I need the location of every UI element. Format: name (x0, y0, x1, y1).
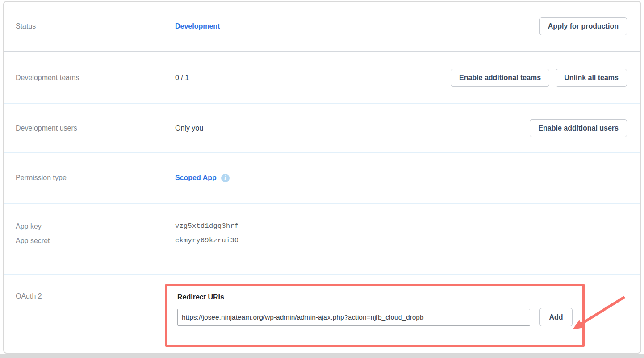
permission-type-row: Permission type Scoped App i (4, 153, 640, 204)
status-label: Status (16, 22, 175, 30)
apply-for-production-button[interactable]: Apply for production (539, 17, 627, 35)
enable-additional-users-button[interactable]: Enable additional users (530, 119, 627, 137)
development-users-row: Development users Only you Enable additi… (4, 104, 640, 153)
development-users-value: Only you (175, 124, 530, 132)
enable-additional-teams-button[interactable]: Enable additional teams (451, 69, 549, 87)
oauth2-label: OAuth 2 (16, 275, 175, 300)
credentials-row: App key vzg5xtd1dgq3hrf App secret ckmyr… (4, 204, 640, 276)
info-icon[interactable]: i (221, 174, 230, 182)
app-key-label: App key (16, 223, 175, 231)
redirect-uris-highlight-box: Redirect URIs Add (165, 284, 585, 347)
scoped-app-link[interactable]: Scoped App (175, 174, 217, 182)
status-row: Status Development Apply for production (4, 2, 640, 52)
app-key-line: App key vzg5xtd1dgq3hrf (16, 223, 627, 231)
redirect-uri-input[interactable] (177, 309, 530, 326)
oauth2-row: OAuth 2 Redirect URIs Add (4, 275, 640, 353)
app-secret-line: App secret ckmyry69kzrui30 (16, 237, 627, 245)
development-teams-row: Development teams 0 / 1 Enable additiona… (4, 52, 640, 105)
permission-type-label: Permission type (16, 174, 175, 182)
status-development-link[interactable]: Development (175, 22, 220, 30)
app-key-value: vzg5xtd1dgq3hrf (175, 223, 627, 230)
add-redirect-uri-button[interactable]: Add (539, 308, 573, 326)
app-secret-value: ckmyry69kzrui30 (175, 237, 627, 244)
unlink-all-teams-button[interactable]: Unlink all teams (556, 69, 627, 87)
development-teams-label: Development teams (16, 74, 175, 82)
development-teams-value: 0 / 1 (175, 74, 451, 82)
development-users-label: Development users (16, 124, 175, 132)
redirect-uris-heading: Redirect URIs (177, 293, 573, 301)
app-secret-label: App secret (16, 237, 175, 245)
window-bottom-edge (0, 354, 644, 358)
app-settings-panel: Status Development Apply for production … (3, 1, 641, 354)
